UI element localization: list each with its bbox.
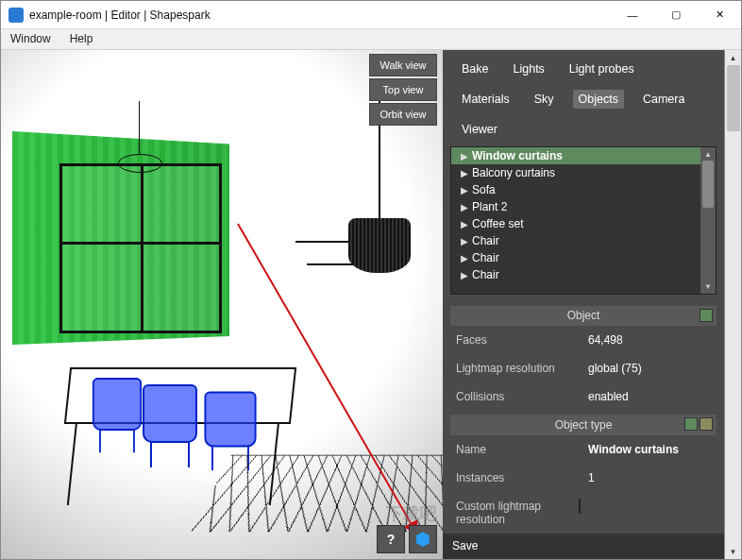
viewport-3d[interactable]: Walk view Top view Orbit view ? ⬢ 下载吧 xyxy=(1,50,443,559)
minimize-button[interactable]: — xyxy=(611,1,654,29)
workspace: Walk view Top view Orbit view ? ⬢ 下载吧 Ba… xyxy=(1,50,741,559)
tree-item-chair[interactable]: ▶Chair xyxy=(451,266,716,283)
section-header-object-type: Object type xyxy=(450,415,717,435)
save-button[interactable]: Save xyxy=(452,539,478,552)
tab-lights[interactable]: Lights xyxy=(508,59,550,78)
tab-bake[interactable]: Bake xyxy=(456,59,495,78)
scroll-down-icon[interactable]: ▼ xyxy=(725,544,741,559)
side-panel: Bake Lights Light probes Materials Sky O… xyxy=(443,50,741,559)
chevron-right-icon: ▶ xyxy=(461,185,468,195)
title-bar: example-room | Editor | Shapespark — ▢ ✕ xyxy=(1,1,741,29)
view-mode-buttons: Walk view Top view Orbit view xyxy=(369,54,437,126)
prop-collisions: Collisions enabled xyxy=(443,382,724,411)
section-header-object: Object xyxy=(450,306,717,327)
panel-scrollbar-thumb[interactable] xyxy=(727,65,740,131)
tab-camera[interactable]: Camera xyxy=(637,90,690,109)
prop-custom-lightmap: Custom lightmap resolution xyxy=(443,492,724,534)
prop-name: Name Window curtains xyxy=(443,435,724,464)
tree-item-chair[interactable]: ▶Chair xyxy=(451,249,716,266)
help-icon[interactable]: ? xyxy=(377,525,405,553)
floor-lamp-shade xyxy=(348,218,411,273)
close-button[interactable]: ✕ xyxy=(698,1,741,29)
chevron-right-icon: ▶ xyxy=(461,253,468,263)
chevron-right-icon: ▶ xyxy=(461,219,468,229)
scroll-down-icon[interactable]: ▼ xyxy=(700,280,716,294)
rug-mesh xyxy=(191,455,443,533)
window-controls: — ▢ ✕ xyxy=(611,1,741,29)
scroll-up-icon[interactable]: ▲ xyxy=(725,50,741,65)
chevron-right-icon: ▶ xyxy=(461,270,468,280)
chevron-right-icon: ▶ xyxy=(461,168,468,178)
type-color-swatch-2[interactable] xyxy=(700,417,713,431)
wireframe-scene xyxy=(1,50,443,559)
viewport-toolbar: ? ⬢ xyxy=(377,525,437,553)
menu-bar: Window Help xyxy=(1,29,741,50)
tree-item-chair[interactable]: ▶Chair xyxy=(451,232,716,249)
chair-mesh-2 xyxy=(143,384,197,443)
prop-instances: Instances 1 xyxy=(443,464,724,492)
tab-objects[interactable]: Objects xyxy=(573,90,624,109)
prop-faces: Faces 64,498 xyxy=(443,326,724,354)
tree-item-sofa[interactable]: ▶Sofa xyxy=(451,181,716,198)
chevron-right-icon: ▶ xyxy=(461,236,468,246)
menu-window[interactable]: Window xyxy=(1,29,60,49)
tab-light-probes[interactable]: Light probes xyxy=(564,59,640,78)
tab-sky[interactable]: Sky xyxy=(529,90,560,109)
maximize-button[interactable]: ▢ xyxy=(654,1,698,29)
tree-item-coffee-set[interactable]: ▶Coffee set xyxy=(451,215,716,232)
walk-view-button[interactable]: Walk view xyxy=(369,54,437,76)
type-color-swatch-1[interactable] xyxy=(684,417,698,431)
menu-help[interactable]: Help xyxy=(60,29,103,49)
ceiling-lamp-mesh xyxy=(139,101,140,154)
tab-materials[interactable]: Materials xyxy=(456,90,515,109)
scroll-up-icon[interactable]: ▲ xyxy=(700,147,716,161)
prop-lightmap-resolution: Lightmap resolution global (75) xyxy=(443,354,724,382)
orbit-view-button[interactable]: Orbit view xyxy=(369,103,437,126)
panel-scrollbar[interactable]: ▲ ▼ xyxy=(724,50,741,559)
top-view-button[interactable]: Top view xyxy=(369,78,437,101)
custom-lightmap-checkbox[interactable] xyxy=(579,499,581,514)
cube-icon[interactable]: ⬢ xyxy=(409,525,437,553)
window-title: example-room | Editor | Shapespark xyxy=(29,8,611,22)
tree-scrollbar-thumb[interactable] xyxy=(702,161,714,208)
tab-viewer[interactable]: Viewer xyxy=(456,120,503,139)
chair-mesh-3 xyxy=(204,392,256,448)
tree-item-window-curtains[interactable]: ▶Window curtains xyxy=(451,147,716,164)
chevron-right-icon: ▶ xyxy=(461,151,468,161)
object-tree: ▶Window curtains ▶Balcony curtains ▶Sofa… xyxy=(450,146,717,295)
save-bar: Save xyxy=(443,534,724,559)
window-mesh xyxy=(59,163,222,333)
app-icon xyxy=(8,8,24,23)
tree-scrollbar[interactable]: ▲ ▼ xyxy=(700,147,716,294)
object-color-swatch[interactable] xyxy=(700,309,713,322)
chair-mesh-1 xyxy=(93,378,142,431)
chevron-right-icon: ▶ xyxy=(461,202,468,212)
tree-item-plant-2[interactable]: ▶Plant 2 xyxy=(451,198,716,215)
tree-item-balcony-curtains[interactable]: ▶Balcony curtains xyxy=(451,164,716,181)
panel-tabs: Bake Lights Light probes Materials Sky O… xyxy=(443,50,724,146)
